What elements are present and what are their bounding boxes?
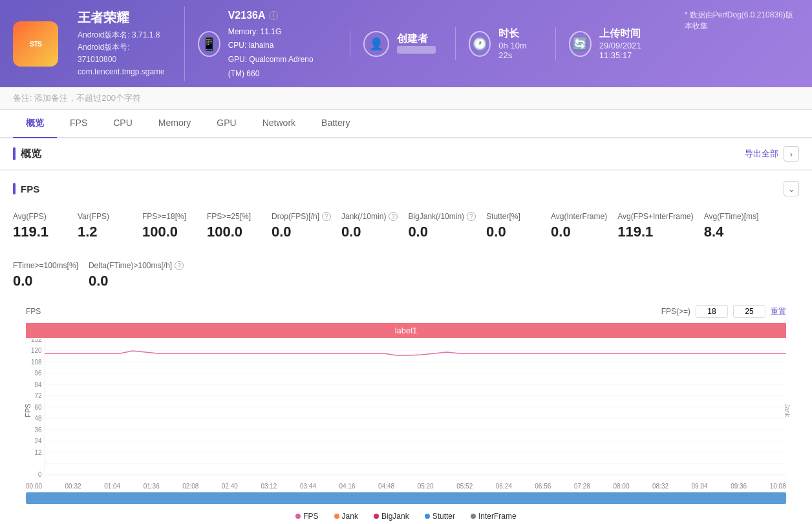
stat-value: 1.2 bbox=[78, 224, 132, 240]
fps-stats-row1: Avg(FPS) 119.1 Var(FPS) 1.2 FPS>=18[%] 1… bbox=[13, 207, 799, 246]
device-info: V2136A i Memory: 11.1G CPU: lahaina GPU:… bbox=[228, 6, 330, 81]
duration-stat: 🕐 时长 0h 10m 22s bbox=[455, 27, 536, 60]
y-axis-fps-label: FPS bbox=[24, 403, 32, 417]
fps-line bbox=[45, 351, 786, 355]
fps-header: FPS ⌄ bbox=[13, 181, 799, 196]
fps-stat-item-row2: FTime>=100ms[%] 0.0 bbox=[13, 256, 89, 295]
device-cpu: CPU: lahaina bbox=[228, 39, 330, 53]
svg-text:108: 108 bbox=[31, 359, 42, 366]
bigjank-legend-label: BigJank bbox=[381, 512, 409, 521]
interframe-legend-label: InterFrame bbox=[478, 512, 517, 521]
svg-text:24: 24 bbox=[34, 437, 41, 445]
x-axis-labels: 00:00 00:32 01:04 01:36 02:08 02:40 03:1… bbox=[13, 481, 799, 490]
stat-label: Stutter[%] bbox=[486, 212, 540, 221]
legend-jank: Jank bbox=[334, 512, 358, 521]
tab-cpu[interactable]: CPU bbox=[100, 110, 145, 137]
app-header: STS 王者荣耀 Android版本名: 3.71.1.8 Android版本号… bbox=[0, 0, 812, 87]
svg-text:48: 48 bbox=[34, 415, 41, 422]
duration-label: 时长 bbox=[498, 27, 536, 41]
right-axis-jank-label: Jank bbox=[784, 404, 791, 417]
chart-scrollbar[interactable] bbox=[26, 492, 786, 504]
stat-label: FPS>=18[%] bbox=[142, 212, 197, 221]
fps-stats-row2: FTime>=100ms[%] 0.0 Delta(FTime)>100ms[/… bbox=[13, 256, 799, 295]
notes-text: 备注: 添加备注，不超过200个字符 bbox=[13, 93, 141, 103]
svg-text:60: 60 bbox=[34, 404, 41, 411]
stat-value: 119.1 bbox=[617, 224, 693, 240]
stat-label: Var(FPS) bbox=[78, 212, 132, 221]
watermark: * 数据由PerfDog(6.0.210836)版本收集 bbox=[685, 6, 799, 32]
fps-chart: 132 120 108 96 84 72 60 48 36 24 12 0 1 … bbox=[26, 339, 786, 481]
tab-network[interactable]: Network bbox=[250, 110, 308, 137]
chart-legend: FPS Jank BigJank Stutter InterFrame bbox=[13, 507, 799, 524]
stat-value: 0.0 bbox=[13, 273, 78, 289]
tab-overview[interactable]: 概览 bbox=[13, 110, 57, 137]
svg-text:84: 84 bbox=[34, 381, 41, 388]
tab-gpu[interactable]: GPU bbox=[204, 110, 249, 137]
stat-label: Delta(FTime)>100ms[/h] ? bbox=[89, 261, 184, 270]
tab-fps[interactable]: FPS bbox=[57, 110, 100, 137]
package-name: com.tencent.tmgp.sgame bbox=[78, 66, 165, 78]
creator-info: 创建者 bbox=[397, 32, 436, 56]
svg-text:36: 36 bbox=[34, 426, 41, 434]
overview-title-text: 概览 bbox=[21, 147, 41, 161]
stat-value: 0.0 bbox=[272, 224, 331, 240]
legend-stutter: Stutter bbox=[425, 512, 455, 521]
stat-label: Avg(FPS) bbox=[13, 212, 67, 221]
tab-memory[interactable]: Memory bbox=[145, 110, 204, 137]
bigjank-legend-dot bbox=[374, 514, 379, 519]
stat-value: 8.4 bbox=[704, 224, 759, 240]
upload-icon: 🔄 bbox=[569, 31, 592, 57]
svg-text:12: 12 bbox=[34, 449, 41, 456]
stat-value: 100.0 bbox=[207, 224, 261, 240]
help-icon[interactable]: ? bbox=[467, 212, 476, 221]
creator-stat: 👤 创建者 bbox=[350, 31, 436, 57]
android-build: Android版本号: 371010800 bbox=[78, 41, 165, 66]
scrollbar-thumb[interactable] bbox=[26, 492, 786, 504]
help-icon[interactable]: ? bbox=[389, 212, 398, 221]
upload-label: 上传时间 bbox=[599, 27, 665, 41]
tab-battery[interactable]: Battery bbox=[308, 110, 363, 137]
stat-label: Avg(FPS+InterFrame) bbox=[617, 212, 693, 221]
svg-text:120: 120 bbox=[31, 347, 42, 354]
fps-title-text: FPS bbox=[21, 183, 39, 194]
jank-legend-label: Jank bbox=[342, 512, 358, 521]
creator-label: 创建者 bbox=[397, 32, 436, 46]
svg-text:0: 0 bbox=[38, 471, 42, 478]
fps-threshold-controls: FPS(>=) 重置 bbox=[661, 305, 786, 318]
help-icon[interactable]: ? bbox=[175, 261, 184, 270]
fps-legend-label: FPS bbox=[303, 512, 318, 521]
stat-value: 0.0 bbox=[551, 224, 607, 240]
duration-value: 0h 10m 22s bbox=[498, 41, 536, 60]
reset-button[interactable]: 重置 bbox=[771, 306, 786, 317]
interframe-legend-dot bbox=[471, 514, 476, 519]
creator-icon: 👤 bbox=[363, 31, 389, 57]
threshold2-input[interactable] bbox=[733, 305, 765, 318]
legend-interframe: InterFrame bbox=[471, 512, 517, 521]
device-gpu: GPU: Qualcomm Adreno (TM) 660 bbox=[228, 53, 330, 81]
stat-value: 0.0 bbox=[89, 273, 184, 289]
help-icon[interactable]: ? bbox=[322, 212, 331, 221]
android-version: Android版本名: 3.71.1.8 bbox=[78, 29, 165, 41]
export-all-button[interactable]: 导出全部 bbox=[745, 148, 778, 160]
duration-icon: 🕐 bbox=[469, 31, 491, 57]
device-help-icon[interactable]: i bbox=[269, 11, 278, 20]
legend-fps: FPS bbox=[295, 512, 318, 521]
fps-stat-item: FPS>=25[%] 100.0 bbox=[207, 207, 272, 246]
stutter-legend-dot bbox=[425, 514, 430, 519]
fps-collapse-button[interactable]: ⌄ bbox=[784, 181, 799, 196]
chart-controls: FPS FPS(>=) 重置 bbox=[13, 305, 799, 323]
fps-stat-item: FPS>=18[%] 100.0 bbox=[142, 207, 207, 246]
duration-info: 时长 0h 10m 22s bbox=[498, 27, 536, 60]
upload-info: 上传时间 29/09/2021 11:35:17 bbox=[599, 27, 665, 60]
stat-label: Avg(FTime)[ms] bbox=[704, 212, 759, 221]
chevron-down-icon: ⌄ bbox=[788, 184, 795, 194]
threshold1-input[interactable] bbox=[696, 305, 728, 318]
app-info: 王者荣耀 Android版本名: 3.71.1.8 Android版本号: 37… bbox=[78, 9, 165, 79]
overview-section-title: 概览 bbox=[13, 147, 41, 161]
overview-section-header: 概览 导出全部 › bbox=[0, 138, 812, 170]
stat-value: 0.0 bbox=[408, 224, 476, 240]
chart-label-bar: label1 bbox=[26, 323, 786, 338]
collapse-button[interactable]: › bbox=[784, 146, 799, 162]
device-icon: 📱 bbox=[198, 31, 220, 57]
fps-stat-item: Avg(FPS+InterFrame) 119.1 bbox=[617, 207, 703, 246]
